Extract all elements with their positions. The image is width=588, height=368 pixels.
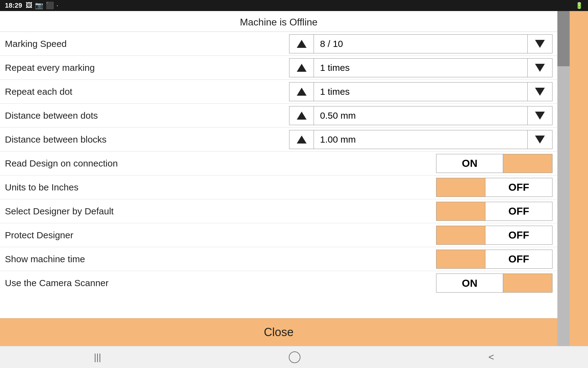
settings-panel: Machine is Offline Marking Speed 8 / 10 … [0,11,557,346]
repeat-dot-value: 1 times [314,82,528,101]
dist-dots-down[interactable] [528,106,552,125]
screen-record-icon: ⬛ [46,2,54,10]
setting-row-repeat-dot: Repeat each dot 1 times [0,80,557,104]
dist-dots-label: Distance between dots [5,110,289,121]
select-designer-toggle[interactable]: OFF [436,202,552,221]
photo-icon: 🖼 [26,2,32,10]
protect-designer-toggle[interactable]: OFF [436,226,552,245]
repeat-marking-stepper[interactable]: 1 times [289,58,552,77]
protect-designer-color [436,226,485,244]
setting-row-machine-time: Show machine time OFF [0,247,557,271]
machine-time-off-text: OFF [485,250,552,268]
setting-row-select-designer: Select Designer by Default OFF [0,199,557,223]
repeat-marking-down[interactable] [528,59,552,77]
dist-blocks-stepper[interactable]: 1.00 mm [289,130,552,149]
setting-row-protect-designer: Protect Designer OFF [0,223,557,247]
protect-designer-label: Protect Designer [5,230,436,240]
setting-row-camera-scanner: Use the Camera Scanner ON [0,271,557,295]
units-off-text: OFF [485,178,552,197]
select-designer-label: Select Designer by Default [5,206,436,217]
repeat-dot-stepper[interactable]: 1 times [289,82,552,101]
dist-blocks-down[interactable] [528,130,552,149]
camera-scanner-color [503,274,552,292]
main-wrapper: Machine is Offline Marking Speed 8 / 10 … [0,11,588,346]
setting-row-marking-speed: Marking Speed 8 / 10 [0,32,557,56]
read-design-color [503,154,552,173]
units-color [436,178,485,197]
read-design-toggle[interactable]: ON [436,154,552,173]
machine-time-label: Show machine time [5,254,436,264]
marking-speed-value: 8 / 10 [314,35,528,53]
dist-blocks-up[interactable] [289,130,314,149]
repeat-marking-value: 1 times [314,59,528,77]
dist-dots-up[interactable] [289,106,314,125]
marking-speed-up[interactable] [289,35,314,53]
camera-scanner-on-text: ON [436,274,503,292]
setting-row-units: Units to be Inches OFF [0,175,557,199]
machine-time-toggle[interactable]: OFF [436,250,552,269]
close-button[interactable]: Close [0,318,557,346]
select-designer-off-text: OFF [485,202,552,220]
dist-dots-stepper[interactable]: 0.50 mm [289,106,552,125]
nav-bar: ||| < [0,346,588,368]
units-toggle[interactable]: OFF [436,178,552,197]
dot-icon: · [56,2,58,10]
repeat-dot-up[interactable] [289,82,314,101]
status-time: 18:29 [5,2,22,10]
battery-icon: 🔋 [575,2,583,9]
marking-speed-down[interactable] [528,35,552,53]
setting-row-dist-blocks: Distance between blocks 1.00 mm [0,128,557,151]
status-bar: 18:29 🖼 📷 ⬛ · 🔋 [0,0,588,11]
right-sidebar [557,11,588,346]
dist-dots-value: 0.50 mm [314,106,528,125]
repeat-dot-label: Repeat each dot [5,86,289,97]
marking-speed-stepper[interactable]: 8 / 10 [289,34,552,53]
screenshot-icon: 📷 [35,2,43,10]
units-label: Units to be Inches [5,182,436,193]
read-design-label: Read Design on connection [5,158,436,169]
repeat-dot-down[interactable] [528,82,552,101]
machine-time-color [436,250,485,268]
dist-blocks-value: 1.00 mm [314,130,528,149]
setting-row-dist-dots: Distance between dots 0.50 mm [0,104,557,128]
repeat-marking-up[interactable] [289,59,314,77]
setting-row-read-design: Read Design on connection ON [0,151,557,175]
select-designer-color [436,202,485,220]
status-icons: 🖼 📷 ⬛ · [26,2,58,10]
settings-content[interactable]: Marking Speed 8 / 10 Repeat every markin… [0,32,557,318]
scrollbar-track[interactable] [557,11,570,346]
scrollbar-thumb[interactable] [557,11,570,66]
panel-title: Machine is Offline [0,11,557,32]
setting-row-repeat-marking: Repeat every marking 1 times [0,56,557,80]
marking-speed-label: Marking Speed [5,39,289,49]
camera-scanner-label: Use the Camera Scanner [5,278,436,288]
nav-menu-icon[interactable]: ||| [94,352,101,362]
protect-designer-off-text: OFF [485,226,552,244]
read-design-on-text: ON [436,154,503,173]
close-button-label: Close [264,326,293,339]
nav-back-icon[interactable]: < [488,351,494,363]
camera-scanner-toggle[interactable]: ON [436,274,552,293]
nav-home-icon[interactable] [289,351,300,363]
repeat-marking-label: Repeat every marking [5,63,289,73]
dist-blocks-label: Distance between blocks [5,134,289,145]
